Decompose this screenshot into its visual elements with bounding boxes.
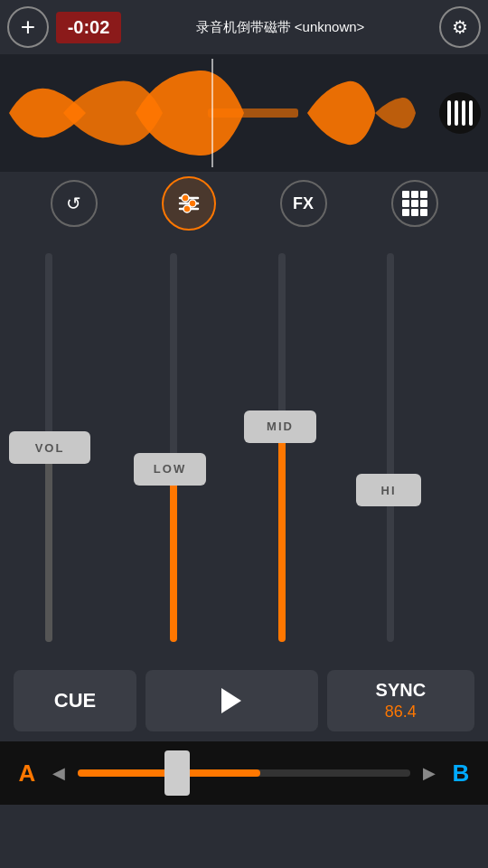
add-button[interactable]: + — [7, 6, 49, 48]
hi-handle[interactable]: HI — [356, 474, 421, 506]
eq-icon — [176, 191, 202, 216]
play-icon — [221, 688, 241, 713]
low-handle[interactable]: LOW — [134, 453, 206, 486]
vol-slider-fill — [45, 448, 52, 642]
grid-button[interactable] — [391, 180, 438, 227]
deck-b-label: B — [445, 760, 477, 788]
hi-label: HI — [381, 484, 397, 497]
time-display: -0:02 — [56, 12, 121, 43]
sync-bpm: 86.4 — [385, 703, 417, 722]
hi-slider-track — [387, 253, 394, 642]
settings-button[interactable]: ⚙ — [439, 6, 481, 48]
cue-button[interactable]: CUE — [14, 670, 136, 731]
header: + -0:02 录音机倒带磁带 <unknown> ⚙ — [0, 0, 488, 54]
add-icon: + — [21, 13, 35, 42]
vol-handle[interactable]: VOL — [9, 431, 90, 464]
low-slider-fill-orange — [170, 469, 177, 643]
svg-point-6 — [182, 194, 189, 202]
fx-button[interactable]: FX — [280, 180, 327, 227]
mid-label: MID — [267, 420, 294, 433]
play-button[interactable] — [145, 670, 318, 731]
mid-slider-fill-orange — [278, 427, 286, 643]
waveform-svg — [0, 54, 488, 172]
loop-icon: ↺ — [66, 193, 81, 214]
crossfader-handle[interactable] — [164, 750, 190, 796]
grid-icon — [402, 191, 427, 216]
footer: A ◀ ▶ B — [0, 741, 488, 805]
svg-point-8 — [183, 205, 191, 212]
track-info: 录音机倒带磁带 <unknown> — [128, 19, 432, 36]
crossfader-arrow-right: ▶ — [423, 763, 436, 783]
cue-label: CUE — [54, 689, 96, 712]
eq-button[interactable] — [162, 176, 216, 231]
sync-button[interactable]: SYNC 86.4 — [327, 670, 474, 731]
mixer-section: VOL LOW MID HI — [0, 235, 488, 660]
sync-label: SYNC — [376, 680, 427, 701]
crossfader-area[interactable] — [78, 750, 410, 796]
waveform-container[interactable] — [0, 54, 488, 172]
crossfader-arrow-left: ◀ — [52, 763, 65, 783]
controls-row: ↺ FX — [0, 172, 488, 235]
stripe-icon — [447, 100, 473, 126]
crossfader-track — [78, 769, 410, 777]
vol-label: VOL — [35, 441, 65, 455]
deck-a-label: A — [11, 760, 43, 788]
low-label: LOW — [154, 462, 186, 476]
settings-icon: ⚙ — [452, 16, 468, 38]
bottom-buttons: CUE SYNC 86.4 — [0, 660, 488, 741]
fx-label: FX — [293, 194, 314, 213]
svg-rect-1 — [208, 108, 298, 118]
loop-button[interactable]: ↺ — [51, 180, 98, 227]
stripe-button[interactable] — [439, 92, 481, 134]
mid-handle[interactable]: MID — [244, 410, 316, 443]
